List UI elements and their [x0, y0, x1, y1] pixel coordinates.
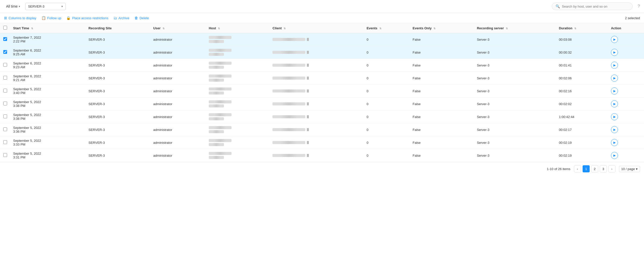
client-icon: [307, 64, 309, 67]
cell-host: [206, 46, 269, 59]
follow-up-button[interactable]: 📋 Follow up: [41, 15, 61, 21]
cell-recording-site: SERVER-3: [85, 59, 150, 72]
host-blur-2: [209, 40, 224, 43]
col-user[interactable]: User ⇅: [150, 23, 206, 33]
page-1-button[interactable]: 1: [583, 165, 590, 172]
cell-events-only: False: [410, 85, 474, 98]
server-dropdown-value: SERVER-3: [28, 5, 44, 8]
row-checkbox[interactable]: [3, 140, 7, 144]
time-filter[interactable]: All time ▾: [4, 3, 22, 9]
cell-recording-server: Server-3: [474, 46, 556, 59]
row-checkbox-cell: [0, 136, 10, 149]
cell-action: ▶: [608, 46, 644, 59]
col-events-only[interactable]: Events Only ⇅: [410, 23, 474, 33]
client-icon: [307, 102, 309, 105]
cell-user: administrator: [150, 33, 206, 46]
sort-icon: ⇅: [31, 27, 33, 30]
table-header-row: Start Time ⇅ Recording Site User ⇅ Host …: [0, 23, 644, 33]
host-blur-1: [209, 139, 232, 142]
row-checkbox[interactable]: [3, 37, 7, 41]
col-events[interactable]: Events ⇅: [363, 23, 409, 33]
cell-duration: 00:00:32: [556, 46, 608, 59]
cell-duration: 00:03:08: [556, 33, 608, 46]
server-dropdown[interactable]: SERVER-3 ▾: [25, 3, 66, 10]
row-checkbox[interactable]: [3, 76, 7, 80]
row-checkbox-cell: [0, 33, 10, 46]
row-checkbox[interactable]: [3, 153, 7, 157]
search-input[interactable]: [562, 5, 629, 8]
row-checkbox-cell: [0, 46, 10, 59]
row-checkbox[interactable]: [3, 63, 7, 67]
page-size-select[interactable]: 10 / page ▾: [619, 166, 640, 172]
place-access-label: Place access restrictions: [72, 16, 108, 20]
cell-duration: 00:02:17: [556, 123, 608, 136]
cell-recording-site: SERVER-3: [85, 136, 150, 149]
row-checkbox[interactable]: [3, 102, 7, 105]
row-checkbox[interactable]: [3, 89, 7, 92]
delete-button[interactable]: 🗑 Delete: [134, 15, 149, 21]
chevron-down-icon: ▾: [61, 5, 63, 8]
client-icon: [307, 154, 309, 157]
row-checkbox[interactable]: [3, 127, 7, 131]
host-blur-2: [209, 156, 224, 159]
table-row: September 7, 2022 2:22 PMSERVER-3adminis…: [0, 33, 644, 46]
cell-action: ▶: [608, 136, 644, 149]
select-all-header[interactable]: [0, 23, 10, 33]
col-client[interactable]: Client ⇅: [269, 23, 363, 33]
col-recording-server[interactable]: Recording server ⇅: [474, 23, 556, 33]
cell-user: administrator: [150, 85, 206, 98]
client-blur: [272, 115, 305, 118]
col-recording-site[interactable]: Recording Site: [85, 23, 150, 33]
page-3-button[interactable]: 3: [600, 165, 607, 172]
help-icon[interactable]: ?: [638, 4, 640, 9]
cell-recording-site: SERVER-3: [85, 85, 150, 98]
cell-recording-server: Server-3: [474, 98, 556, 110]
cell-events-only: False: [410, 136, 474, 149]
client-icon: [307, 89, 309, 92]
archive-button[interactable]: 🗂 Archive: [113, 15, 129, 21]
cell-start-time: September 5, 2022 3:31 PM: [10, 149, 85, 162]
page-2-button[interactable]: 2: [591, 165, 598, 172]
pagination-info: 1-10 of 26 items: [547, 167, 570, 171]
play-button[interactable]: ▶: [611, 62, 618, 69]
client-blur: [272, 89, 305, 92]
recordings-table: Start Time ⇅ Recording Site User ⇅ Host …: [0, 23, 644, 162]
host-blur-1: [209, 36, 232, 39]
cell-start-time: September 5, 2022 3:38 PM: [10, 110, 85, 123]
play-button[interactable]: ▶: [611, 152, 618, 159]
table-row: September 5, 2022 3:40 PMSERVER-3adminis…: [0, 85, 644, 98]
play-button[interactable]: ▶: [611, 75, 618, 82]
cell-user: administrator: [150, 72, 206, 85]
play-button[interactable]: ▶: [611, 126, 618, 133]
prev-page-button[interactable]: ‹: [574, 165, 581, 172]
next-page-button[interactable]: ›: [608, 165, 615, 172]
play-button[interactable]: ▶: [611, 36, 618, 43]
col-host[interactable]: Host ⇅: [206, 23, 269, 33]
play-button[interactable]: ▶: [611, 113, 618, 120]
cell-recording-server: Server-3: [474, 33, 556, 46]
table-row: September 5, 2022 3:33 PMSERVER-3adminis…: [0, 136, 644, 149]
host-blur-2: [209, 117, 224, 120]
play-button[interactable]: ▶: [611, 87, 618, 95]
cell-client: [269, 33, 363, 46]
cell-user: administrator: [150, 46, 206, 59]
cell-action: ▶: [608, 59, 644, 72]
chevron-down-icon: ▾: [19, 5, 20, 8]
table-row: September 5, 2022 3:38 PMSERVER-3adminis…: [0, 110, 644, 123]
row-checkbox[interactable]: [3, 50, 7, 54]
cell-duration: 1:00:42:44: [556, 110, 608, 123]
cell-recording-server: Server-3: [474, 85, 556, 98]
select-all-checkbox[interactable]: [3, 26, 7, 30]
col-duration[interactable]: Duration ⇅: [556, 23, 608, 33]
columns-to-display-button[interactable]: ⊞ Columns to display: [4, 15, 36, 21]
cell-recording-site: SERVER-3: [85, 33, 150, 46]
play-button[interactable]: ▶: [611, 100, 618, 107]
row-checkbox[interactable]: [3, 114, 7, 118]
play-button[interactable]: ▶: [611, 139, 618, 146]
table-container: Start Time ⇅ Recording Site User ⇅ Host …: [0, 23, 644, 162]
col-start-time[interactable]: Start Time ⇅: [10, 23, 85, 33]
sort-icon: ⇅: [163, 27, 165, 30]
cell-events-only: False: [410, 149, 474, 162]
place-access-restrictions-button[interactable]: 🔒 Place access restrictions: [66, 15, 108, 21]
play-button[interactable]: ▶: [611, 49, 618, 56]
